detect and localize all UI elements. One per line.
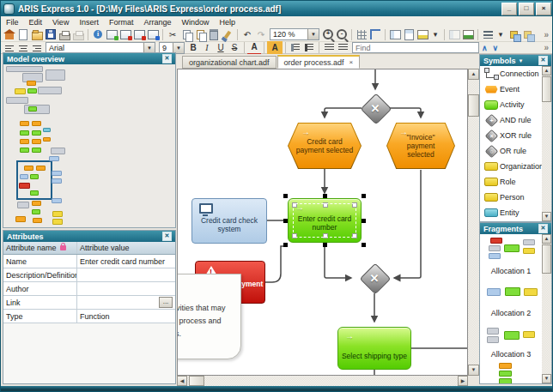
cut-button[interactable]: ✂ <box>166 28 179 41</box>
selection-handle[interactable] <box>283 219 288 223</box>
zoom-dropdown-icon[interactable]: ▼ <box>307 29 319 39</box>
undo-button[interactable]: ↶ <box>240 28 254 41</box>
system-credit-card-check[interactable]: Credit card check system <box>191 198 267 244</box>
find-input[interactable] <box>352 42 479 53</box>
menu-edit[interactable]: Edit <box>24 17 48 27</box>
selection-handle[interactable] <box>362 194 366 198</box>
redo-button[interactable]: ↷ <box>254 28 268 41</box>
numbered-list-button[interactable] <box>302 41 316 54</box>
font-family-dropdown-icon[interactable]: ▼ <box>143 43 155 53</box>
find-previous-icon[interactable]: ∧ <box>479 44 490 52</box>
event-credit-card-payment[interactable]: Credit card payment selected → <box>288 123 362 169</box>
attribute-value[interactable]: Function <box>77 310 175 323</box>
align-dropdown-icon[interactable]: ▾ <box>495 29 507 40</box>
format-toolbar-overflow-icon[interactable]: » <box>544 43 553 52</box>
symbol-role[interactable]: Role <box>480 174 551 190</box>
zoom-in-button[interactable]: + <box>321 28 335 41</box>
indent-button[interactable] <box>336 41 349 54</box>
horizontal-scroll-thumb[interactable] <box>189 376 204 386</box>
tab-close-icon[interactable]: × <box>349 58 354 66</box>
maximize-button[interactable]: □ <box>519 3 534 15</box>
symbol-and-rule[interactable]: +AND rule <box>480 112 551 128</box>
layout-1-button[interactable] <box>388 28 402 41</box>
xor-rule-top[interactable]: ✕ <box>361 93 390 123</box>
symbol-entity[interactable]: Entity <box>480 205 551 220</box>
open-button[interactable] <box>30 28 44 41</box>
minimize-button[interactable]: _ <box>501 3 517 15</box>
attributes-button[interactable] <box>461 28 475 41</box>
canvas-vertical-scrollbar[interactable]: ▲ ▼ <box>468 69 479 376</box>
model-overview-close-icon[interactable]: ✕ <box>162 54 172 63</box>
scroll-down-icon[interactable]: ▼ <box>542 374 551 383</box>
zoom-out-button[interactable]: - <box>335 28 349 41</box>
group-button[interactable] <box>507 28 520 41</box>
toolbar-overflow-icon[interactable]: » <box>544 30 553 39</box>
selection-handle[interactable] <box>362 219 366 223</box>
bullet-list-button[interactable] <box>289 41 302 54</box>
selection-handle[interactable] <box>323 194 327 198</box>
symbols-scroll-thumb[interactable] <box>542 76 551 102</box>
symbols-close-icon[interactable]: ✕ <box>538 56 548 65</box>
paste-button[interactable] <box>193 28 207 41</box>
outdent-button[interactable] <box>322 41 336 54</box>
fragment-allocation-2[interactable] <box>485 286 540 299</box>
symbol-connection[interactable]: Connection <box>480 66 551 81</box>
grid-button[interactable] <box>355 28 368 41</box>
symbol-activity[interactable]: Activity <box>480 97 551 112</box>
model-canvas[interactable]: ✕ Credit card payment selected → "Invoic… <box>177 69 468 376</box>
home-button[interactable] <box>3 28 16 41</box>
strikethrough-button[interactable]: S <box>228 41 241 54</box>
scroll-up-icon[interactable]: ▲ <box>468 69 479 80</box>
symbol-person[interactable]: Person <box>480 190 551 205</box>
menu-window[interactable]: Window <box>176 17 214 27</box>
guides-button[interactable] <box>368 28 382 41</box>
tab-order-process[interactable]: order process.adf × <box>277 55 361 69</box>
scroll-up-icon[interactable]: ▲ <box>542 66 551 75</box>
selection-handle[interactable] <box>283 243 288 247</box>
close-button[interactable]: × <box>536 3 551 15</box>
symbol-event[interactable]: Event <box>480 81 551 97</box>
bold-button[interactable]: B <box>186 41 200 54</box>
fill-color-button[interactable] <box>416 28 429 41</box>
selection-handle[interactable] <box>323 243 327 247</box>
tab-organizational-chart[interactable]: organizational chart.adf <box>182 56 276 69</box>
export-model-1-button[interactable] <box>105 28 118 41</box>
symbols-dropdown-icon[interactable]: ▼ <box>519 58 524 63</box>
menu-arrange[interactable]: Arrange <box>138 17 176 27</box>
underline-button[interactable]: U <box>214 41 228 54</box>
canvas-horizontal-scrollbar[interactable]: ◀ ▶ <box>177 376 468 386</box>
menu-help[interactable]: Help <box>214 17 240 27</box>
selection-handle[interactable] <box>283 194 288 198</box>
delete-button[interactable] <box>207 28 221 41</box>
export-model-4-button[interactable] <box>146 28 160 41</box>
ungroup-button[interactable] <box>520 28 534 41</box>
find-next-icon[interactable]: ∨ <box>490 44 501 52</box>
copy-button[interactable] <box>179 28 193 41</box>
attribute-value[interactable] <box>77 268 175 281</box>
attribute-value[interactable]: Enter credit card number <box>77 255 175 268</box>
fragment-allocation-1[interactable] <box>485 238 540 260</box>
note-callout[interactable]: s: ctivities that may he process and res… <box>177 274 241 359</box>
symbol-xor-rule[interactable]: ×XOR rule <box>480 128 551 143</box>
fragments-scrollbar[interactable]: ▲ ▼ <box>542 234 551 383</box>
scroll-up-icon[interactable]: ▲ <box>542 234 551 244</box>
format-painter-button[interactable] <box>221 28 234 41</box>
attributes-close-icon[interactable]: ✕ <box>162 232 172 241</box>
scroll-left-icon[interactable]: ◀ <box>177 376 187 386</box>
symbol-organizational-unit[interactable]: Organizational u <box>480 159 551 174</box>
menu-file[interactable]: File <box>1 17 24 27</box>
font-size-dropdown-icon[interactable]: ▼ <box>173 43 184 53</box>
fill-color-dropdown-icon[interactable]: ▾ <box>429 29 441 40</box>
info-button[interactable]: i <box>91 28 105 41</box>
fragment-allocation-3[interactable] <box>485 326 540 343</box>
properties-button[interactable] <box>447 28 461 41</box>
fragments-scroll-thumb[interactable] <box>542 244 551 274</box>
menu-view[interactable]: View <box>47 17 74 27</box>
print-button[interactable] <box>71 28 85 41</box>
export-model-2-button[interactable] <box>118 28 132 41</box>
italic-button[interactable]: I <box>200 41 214 54</box>
print-preview-button[interactable] <box>58 28 71 41</box>
font-color-button[interactable]: A <box>247 40 261 56</box>
link-browse-button[interactable]: ... <box>159 297 173 308</box>
fragment-allocation-4[interactable] <box>485 363 540 383</box>
